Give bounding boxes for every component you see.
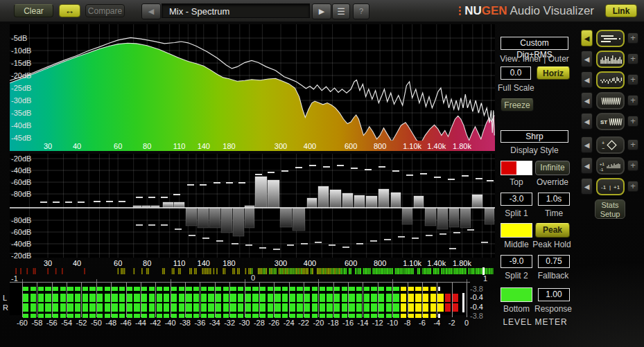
meter-segment xyxy=(208,287,214,291)
preset-view-button-corr-history-icon[interactable]: +1-1 xyxy=(596,157,625,175)
meter-segment xyxy=(112,287,117,291)
bars-db-label: -40dB xyxy=(11,240,31,248)
preset-view-button-zigzag-icon[interactable] xyxy=(596,92,625,109)
freeze-button[interactable]: Freeze xyxy=(501,98,534,112)
preset-add-icon[interactable]: + xyxy=(627,181,638,192)
preset-add-icon[interactable]: + xyxy=(627,160,638,171)
preset-add-icon[interactable]: + xyxy=(627,74,638,85)
link-button[interactable]: Link xyxy=(605,4,637,17)
meter-segment xyxy=(216,314,221,318)
meter-segment xyxy=(53,287,58,291)
preset-add-icon[interactable]: + xyxy=(627,139,638,150)
full-scale-value[interactable]: 0.0 xyxy=(501,66,531,80)
bars-freq-label: 180 xyxy=(214,260,244,267)
preset-prev-icon[interactable]: ◀ xyxy=(141,3,161,19)
preset-slot-arrow[interactable]: ◀ xyxy=(581,178,593,195)
preset-add-icon[interactable]: + xyxy=(627,95,638,106)
meter-mode-box[interactable]: Custom Dig+RMS xyxy=(501,37,568,50)
preset-slot-arrow[interactable]: ◀ xyxy=(581,51,593,67)
meter-segment xyxy=(282,294,288,302)
meter-segment xyxy=(45,294,51,302)
meter-segment xyxy=(134,287,139,291)
meter-segment xyxy=(141,303,147,312)
meter-segment xyxy=(423,287,428,291)
meter-segment xyxy=(349,314,354,318)
meter-ruler-tick xyxy=(245,279,245,282)
meter-segment xyxy=(275,303,280,312)
meter-segment xyxy=(245,287,251,291)
meter-segment xyxy=(105,314,110,318)
help-icon[interactable]: ? xyxy=(353,3,369,19)
meter-segment xyxy=(67,314,73,318)
split2-value[interactable]: -9.0 xyxy=(501,255,532,268)
meter-segment xyxy=(157,287,162,291)
clear-button[interactable]: Clear xyxy=(14,4,53,17)
meter-segment xyxy=(445,294,451,302)
preset-view-button-spectrum-lines-icon[interactable] xyxy=(596,30,625,47)
split1-value[interactable]: -3.0 xyxy=(501,193,532,206)
meter-segment xyxy=(127,287,132,291)
fallback-label: Fallback xyxy=(534,272,573,281)
meter-segment xyxy=(89,303,95,312)
preset-list-icon[interactable]: ☰ xyxy=(332,3,350,19)
meter-segment xyxy=(186,294,191,302)
preset-slot-arrow[interactable]: ◀ xyxy=(581,71,593,88)
meter-segment xyxy=(134,294,139,302)
display-style-box[interactable]: Shrp xyxy=(501,130,568,143)
meter-segment xyxy=(320,287,325,291)
preset-slot-arrow[interactable]: ◀ xyxy=(581,92,593,109)
meter-segment xyxy=(67,294,73,302)
horiz-button[interactable]: Horiz xyxy=(537,66,570,80)
preset-view-button-corr-meter-icon[interactable]: -1|+1 xyxy=(596,178,625,195)
meter-segment xyxy=(171,294,177,302)
meter-segment xyxy=(342,303,347,312)
peak-hold-button[interactable]: Peak xyxy=(535,223,570,238)
preset-slot-arrow[interactable]: ◀ xyxy=(581,136,593,153)
meter-segment xyxy=(386,314,392,318)
fallback-value[interactable]: 0.75 xyxy=(538,255,570,268)
preset-name-field[interactable]: Mix - Spectrum xyxy=(162,3,310,18)
meter-segment xyxy=(82,314,88,318)
plugin-window: Clear ↔ Compare ◀ Mix - Spectrum ▶ ☰ ? N… xyxy=(0,0,644,347)
meter-segment xyxy=(320,314,325,318)
meter-segment xyxy=(401,303,406,312)
meter-segment xyxy=(157,294,162,302)
meter-segment xyxy=(393,314,399,318)
svg-text:40: 40 xyxy=(73,142,81,150)
meter-segment xyxy=(23,303,28,312)
preset-view-button-stereo-icon[interactable]: ST xyxy=(596,113,625,130)
stats-setup-button[interactable]: StatsSetup xyxy=(595,199,625,219)
preset-add-icon[interactable]: + xyxy=(627,116,638,127)
preset-add-icon[interactable]: + xyxy=(627,53,638,64)
time-value[interactable]: 1.0s xyxy=(538,193,570,206)
swap-arrows-icon[interactable]: ↔ xyxy=(59,4,80,17)
preset-slot-arrow[interactable]: ◀ xyxy=(581,113,593,130)
meter-segment xyxy=(119,314,125,318)
preset-slot-arrow[interactable]: ◀ xyxy=(581,157,593,174)
meter-segment xyxy=(67,303,73,312)
meter-segment xyxy=(171,287,177,291)
meter-segment xyxy=(401,287,406,291)
meter-segment xyxy=(371,294,376,302)
preset-add-icon[interactable]: + xyxy=(627,33,638,44)
response-value[interactable]: 1.00 xyxy=(538,288,570,301)
middle-label: Middle xyxy=(501,240,532,249)
top-color-swatch[interactable] xyxy=(501,161,532,175)
meter-segment xyxy=(164,314,169,318)
preset-view-button-histogram-icon[interactable] xyxy=(596,51,625,68)
infinite-button[interactable]: Infinite xyxy=(535,161,570,175)
middle-color-swatch[interactable] xyxy=(501,223,532,238)
spectrum-db-label: -5dB xyxy=(11,35,27,42)
preset-view-button-vectorscope-icon[interactable]: +− xyxy=(596,136,625,154)
compare-button[interactable]: Compare xyxy=(85,4,125,17)
svg-text:80: 80 xyxy=(143,142,151,150)
preset-view-button-waveform-icon[interactable] xyxy=(596,71,625,89)
meter-segment xyxy=(423,314,428,318)
preset-slot-arrow[interactable]: ◀ xyxy=(581,30,593,46)
meter-segment xyxy=(453,303,458,312)
bottom-color-swatch[interactable] xyxy=(501,287,532,302)
meter-segment xyxy=(290,303,295,312)
preset-next-icon[interactable]: ▶ xyxy=(312,3,331,19)
app-logo: NUGEN Audio Visualizer xyxy=(459,3,594,19)
meter-segment xyxy=(193,314,199,318)
